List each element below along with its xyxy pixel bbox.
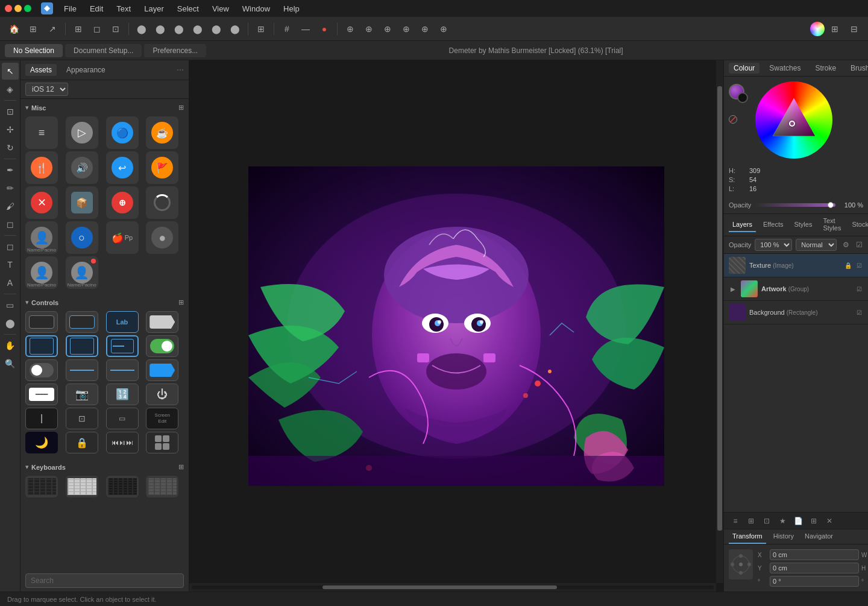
version-select[interactable]: iOS 12 bbox=[25, 83, 68, 96]
brush-tool[interactable]: 🖌 bbox=[2, 198, 19, 215]
mode3-btn[interactable]: ⊕ bbox=[379, 21, 397, 37]
preferences-tab[interactable]: Preferences... bbox=[144, 44, 206, 57]
align-left-btn[interactable]: ⬤ bbox=[133, 21, 151, 37]
snap-options-btn[interactable]: — bbox=[297, 21, 315, 37]
layers-panel-icon-4[interactable]: ★ bbox=[776, 515, 789, 527]
control-field-blue-3[interactable] bbox=[106, 335, 139, 357]
shape-tool[interactable]: ◻ bbox=[2, 238, 19, 255]
control-text-field-2[interactable] bbox=[66, 311, 98, 333]
ellipse-tool[interactable]: ⬤ bbox=[2, 315, 19, 332]
rot1-input[interactable] bbox=[770, 576, 859, 587]
mode6-btn[interactable]: ⊕ bbox=[435, 21, 453, 37]
menu-layer[interactable]: Layer bbox=[138, 3, 170, 14]
h-scrollbar[interactable] bbox=[189, 583, 716, 592]
asset-avatar-3[interactable]: 👤 Name/Pacino bbox=[66, 256, 98, 289]
control-camera[interactable]: 📷 bbox=[66, 383, 98, 405]
mode2-btn[interactable]: ⊕ bbox=[360, 21, 378, 37]
asset-avatar-1[interactable]: 👤 Name/Pacino bbox=[25, 221, 58, 254]
history-tab[interactable]: History bbox=[770, 529, 797, 544]
controls-section-header[interactable]: ▾ Controls ⊞ bbox=[23, 296, 186, 309]
rect-tool[interactable]: ▭ bbox=[2, 297, 19, 314]
opacity-thumb[interactable] bbox=[828, 202, 834, 208]
background-color-swatch[interactable] bbox=[737, 92, 748, 103]
keyboards-options[interactable]: ⊞ bbox=[178, 463, 184, 471]
move-tool[interactable]: ✢ bbox=[2, 121, 19, 138]
align-middle-btn[interactable]: ⬤ bbox=[207, 21, 225, 37]
control-text-field-3[interactable]: Lab bbox=[106, 311, 139, 333]
control-line-1[interactable] bbox=[66, 359, 98, 381]
appearance-tab[interactable]: Appearance bbox=[61, 64, 110, 76]
text-tool[interactable]: T bbox=[2, 256, 19, 273]
control-toggle[interactable] bbox=[146, 335, 178, 357]
crop-tool[interactable]: ⊡ bbox=[2, 103, 19, 120]
control-calc[interactable]: 🔢 bbox=[106, 383, 139, 405]
layers-settings-icon[interactable]: ⚙ bbox=[840, 239, 851, 250]
control-line-2[interactable] bbox=[106, 359, 139, 381]
toggle-on[interactable] bbox=[150, 339, 174, 353]
asset-avatar-2[interactable]: 👤 Name/Pacino bbox=[25, 256, 58, 289]
no-selection-tab[interactable]: No Selection bbox=[5, 44, 63, 57]
asset-speaker[interactable]: 🔊 bbox=[66, 151, 98, 184]
menu-bar[interactable]: File Edit Text Layer Select View Window … bbox=[58, 3, 863, 14]
align-bottom-btn[interactable]: ⬤ bbox=[226, 21, 244, 37]
swatches-tab[interactable]: Swatches bbox=[764, 63, 805, 74]
text-styles-tab[interactable]: Text Styles bbox=[819, 214, 844, 236]
asset-reply[interactable]: ↩ bbox=[106, 151, 139, 184]
keyboard-gray-1[interactable] bbox=[146, 476, 178, 497]
align-top-btn[interactable]: ⬤ bbox=[189, 21, 207, 37]
control-power[interactable]: ⏻ bbox=[146, 383, 178, 405]
transform-tab[interactable]: Transform bbox=[729, 529, 766, 544]
asset-gray-circle[interactable]: ● bbox=[146, 221, 178, 254]
stroke-btn[interactable]: ⊟ bbox=[845, 21, 863, 37]
menu-file[interactable]: File bbox=[58, 3, 83, 14]
asset-red-circle[interactable]: ✕ bbox=[25, 186, 58, 219]
asset-arrow-right[interactable]: ▷ bbox=[66, 116, 98, 149]
menu-text[interactable]: Text bbox=[110, 3, 137, 14]
layer-bg-visible-icon[interactable]: ☑ bbox=[855, 308, 863, 317]
layer-expand-arrow[interactable]: ▶ bbox=[729, 286, 737, 292]
brushes-tab[interactable]: Brushes bbox=[846, 63, 868, 74]
y-input[interactable] bbox=[770, 563, 859, 573]
type-tool[interactable]: A bbox=[2, 274, 19, 291]
layer-lock-icon[interactable]: 🔒 bbox=[844, 261, 852, 270]
stroke-tab[interactable]: Stroke bbox=[810, 63, 841, 74]
opacity-select[interactable]: 100 % 75 % 50 % 25 % bbox=[755, 239, 792, 251]
pencil-tool[interactable]: ✏ bbox=[2, 180, 19, 197]
hand-tool[interactable]: ✋ bbox=[2, 337, 19, 354]
asset-apple-logo[interactable]: 🍎Pp bbox=[106, 221, 139, 254]
layers-panel-icon-1[interactable]: ≡ bbox=[729, 515, 742, 527]
assets-tab[interactable]: Assets bbox=[25, 64, 57, 76]
share-button[interactable]: ↗ bbox=[43, 21, 61, 37]
asset-food[interactable]: 🍴 bbox=[25, 151, 58, 184]
layers-panel-icon-5[interactable]: 📄 bbox=[791, 515, 805, 527]
menu-help[interactable]: Help bbox=[277, 3, 306, 14]
snap-btn[interactable]: # bbox=[278, 21, 296, 37]
x-input[interactable] bbox=[770, 549, 859, 560]
no-fill-swatch[interactable] bbox=[729, 115, 737, 124]
effects-tab[interactable]: Effects bbox=[760, 218, 787, 232]
layers-panel-icon-7[interactable]: ✕ bbox=[823, 515, 836, 527]
layer-background[interactable]: Background (Rectangle) ☑ bbox=[724, 301, 868, 324]
asset-blue-circle[interactable]: 🔵 bbox=[106, 116, 139, 149]
maximize-button[interactable] bbox=[24, 5, 31, 12]
more-tools-btn[interactable]: ⊞ bbox=[252, 21, 270, 37]
layers-panel-icon-3[interactable]: ⊡ bbox=[760, 515, 773, 527]
asset-fingerprint[interactable]: ⊕ bbox=[106, 186, 139, 219]
colour-tab[interactable]: Colour bbox=[729, 63, 760, 74]
control-screen[interactable]: ScreenEdit bbox=[146, 408, 178, 429]
close-button[interactable] bbox=[5, 5, 12, 12]
layers-panel-icon-6[interactable]: ⊞ bbox=[807, 515, 820, 527]
layers-checkbox-icon[interactable]: ☑ bbox=[854, 239, 864, 250]
styles-tab[interactable]: Styles bbox=[790, 218, 816, 232]
control-shape-1[interactable] bbox=[146, 311, 178, 333]
grid-view-btn[interactable]: ⊞ bbox=[69, 21, 87, 37]
erase-tool[interactable]: ◻ bbox=[2, 216, 19, 233]
asset-spinner[interactable] bbox=[146, 186, 178, 219]
pen-tool[interactable]: ✒ bbox=[2, 162, 19, 178]
align-right-btn[interactable]: ⬤ bbox=[170, 21, 188, 37]
misc-section-header[interactable]: ▾ Misc ⊞ bbox=[23, 101, 186, 114]
home-button[interactable]: 🏠 bbox=[5, 21, 23, 37]
control-slider-1[interactable] bbox=[25, 359, 58, 381]
navigator-tab[interactable]: Navigator bbox=[801, 529, 837, 544]
color-wheel[interactable] bbox=[755, 81, 834, 160]
